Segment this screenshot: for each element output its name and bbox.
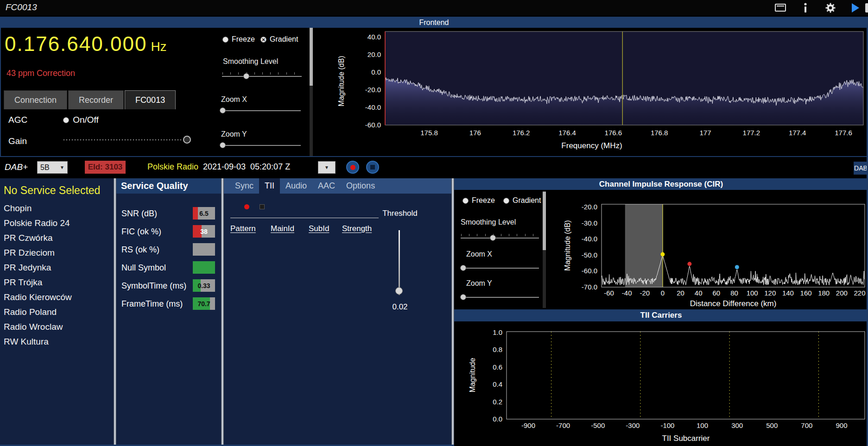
tab-options[interactable]: Options [341, 178, 380, 194]
controls-scrollbar[interactable] [310, 28, 313, 156]
quality-bar [193, 243, 215, 256]
svg-text:176.8: 176.8 [651, 129, 668, 137]
cir-zoom-x-handle[interactable] [460, 265, 466, 271]
info-icon[interactable] [799, 2, 811, 14]
smoothing-handle[interactable] [243, 73, 249, 79]
freeze-radio[interactable] [222, 37, 228, 43]
tab-aac[interactable]: AAC [312, 178, 341, 194]
record-button[interactable] [346, 161, 359, 174]
dab-status-bar: DAB+ 5B ▼ EId: 3103 Polskie Radio 2021-0… [0, 157, 868, 178]
frontend-tab-fc0013[interactable]: FC0013 [125, 90, 176, 109]
svg-text:100: 100 [747, 289, 758, 297]
frontend-section-title: Frontend [1, 18, 867, 28]
frequency-display: 0.176.640.000Hz [5, 32, 167, 56]
tii-column-strength: Strength [342, 224, 372, 233]
gear-icon[interactable] [824, 2, 836, 14]
cir-zoom-x-slider[interactable] [461, 264, 539, 271]
tii-separator [230, 218, 379, 218]
frontend-tab-recorder[interactable]: Recorder [68, 90, 124, 109]
svg-text:176.4: 176.4 [558, 129, 576, 137]
service-item-pr-jedynka[interactable]: PR Jedynka [0, 260, 114, 275]
svg-text:120: 120 [764, 289, 776, 297]
tab-tii[interactable]: TII [259, 178, 280, 194]
gain-slider-handle[interactable] [183, 136, 191, 144]
svg-text:176.6: 176.6 [605, 129, 622, 137]
service-item-pr-tr-jka[interactable]: PR Trójka [0, 275, 114, 290]
cir-freeze-radio[interactable] [463, 198, 469, 204]
svg-text:300: 300 [731, 421, 743, 429]
svg-text:220: 220 [854, 289, 865, 297]
zoom-y-handle[interactable] [220, 142, 226, 148]
cir-smoothing-handle[interactable] [490, 235, 496, 241]
play-icon[interactable] [849, 2, 862, 14]
chevron-down-icon: ▼ [56, 165, 64, 170]
smoothing-level-label: Smoothing Level [223, 57, 278, 66]
quality-bar: 70.7 [193, 297, 215, 310]
gradient-label: Gradient [270, 35, 298, 44]
service-item-polskie-radio-24[interactable]: Polskie Radio 24 [0, 216, 114, 231]
svg-text:-300: -300 [626, 421, 640, 429]
svg-text:180: 180 [818, 289, 830, 297]
tii-status-square-icon [260, 204, 265, 209]
quality-row-label: Null Symbol [121, 263, 166, 272]
stop-icon [370, 165, 375, 170]
quality-row-symboltime-ms: SymbolTime (ms)0.33 [116, 276, 221, 295]
service-item-rw-kultura[interactable]: RW Kultura [0, 334, 114, 349]
smoothing-level-slider[interactable] [222, 72, 302, 80]
threshold-handle[interactable] [395, 287, 403, 295]
tab-sync[interactable]: Sync [229, 178, 259, 194]
service-item-radio-poland[interactable]: Radio Poland [0, 305, 114, 320]
svg-text:Frequency (MHz): Frequency (MHz) [561, 141, 622, 150]
cir-controls-scrollbar[interactable] [543, 191, 546, 308]
channel-select[interactable]: 5B ▼ [37, 161, 68, 174]
service-item-radio-wroclaw[interactable]: Radio Wroclaw [0, 320, 114, 334]
zoom-x-label: Zoom X [221, 95, 247, 104]
zoom-x-handle[interactable] [220, 107, 226, 113]
frontend-section: Frontend 0.176.640.000Hz 43 ppm Correcti… [0, 17, 868, 157]
cir-freeze-label: Freeze [472, 196, 495, 205]
quality-value: 6.5 [193, 207, 215, 220]
detail-tabs-panel: SyncTIIAudioAACOptions PatternMainIdSubI… [224, 178, 451, 446]
svg-text:-70.0: -70.0 [582, 283, 597, 291]
svg-text:-40.0: -40.0 [365, 103, 381, 111]
gain-slider[interactable] [63, 135, 189, 145]
quality-value: 0.33 [193, 279, 215, 292]
dab-corner-tab[interactable]: DAB [854, 162, 868, 175]
cir-gradient-radio[interactable] [503, 198, 509, 204]
svg-text:Magnitude (dB): Magnitude (dB) [337, 56, 345, 106]
frequency-value: 0.176.640.000 [5, 32, 147, 55]
service-item-pr-czw-rka[interactable]: PR Czwórka [0, 231, 114, 245]
cir-zoom-y-slider[interactable] [461, 293, 539, 301]
svg-text:20.0: 20.0 [367, 50, 381, 58]
agc-option-label: On/Off [73, 115, 99, 125]
cir-smoothing-slider[interactable] [461, 234, 539, 241]
zoom-x-slider[interactable] [221, 107, 301, 114]
service-item-pr-dzieciom[interactable]: PR Dzieciom [0, 245, 114, 260]
agc-radio[interactable] [63, 117, 69, 123]
gain-label: Gain [8, 136, 27, 146]
tab-audio[interactable]: Audio [280, 178, 312, 194]
window-icon[interactable] [774, 2, 786, 14]
frontend-tab-connection[interactable]: Connection [4, 90, 67, 109]
svg-text:177.2: 177.2 [743, 129, 760, 137]
svg-text:177: 177 [699, 129, 711, 137]
svg-text:-50.0: -50.0 [582, 251, 597, 259]
stop-button[interactable] [366, 161, 379, 174]
quality-row-null-symbol: Null Symbol [116, 258, 221, 276]
secondary-dropdown[interactable]: ▼ [318, 161, 336, 174]
service-item-chopin[interactable]: Chopin [0, 201, 114, 216]
zoom-y-slider[interactable] [221, 141, 301, 149]
spectrum-chart: 175.8176176.2176.4176.6176.8177177.2177.… [314, 28, 866, 156]
quality-value [193, 243, 215, 256]
threshold-slider[interactable] [390, 230, 408, 295]
service-item-radio-kierowc-w[interactable]: Radio Kierowców [0, 290, 114, 305]
quality-bar: 0.33 [193, 279, 215, 292]
threshold-value: 0.02 [377, 302, 423, 312]
cir-zoom-y-label: Zoom Y [466, 279, 492, 288]
gradient-radio[interactable] [260, 37, 266, 43]
quality-row-label: RS (ok %) [121, 245, 159, 254]
main-area: No Service Selected ChopinPolskie Radio … [0, 178, 868, 446]
cir-zoom-y-handle[interactable] [460, 294, 466, 300]
service-quality-rows: SNR (dB)6.5FIC (ok %)38RS (ok %)Null Sym… [116, 204, 221, 313]
spectrum-controls: Freeze Gradient Smoothing Level Zoom X Z… [212, 28, 314, 156]
